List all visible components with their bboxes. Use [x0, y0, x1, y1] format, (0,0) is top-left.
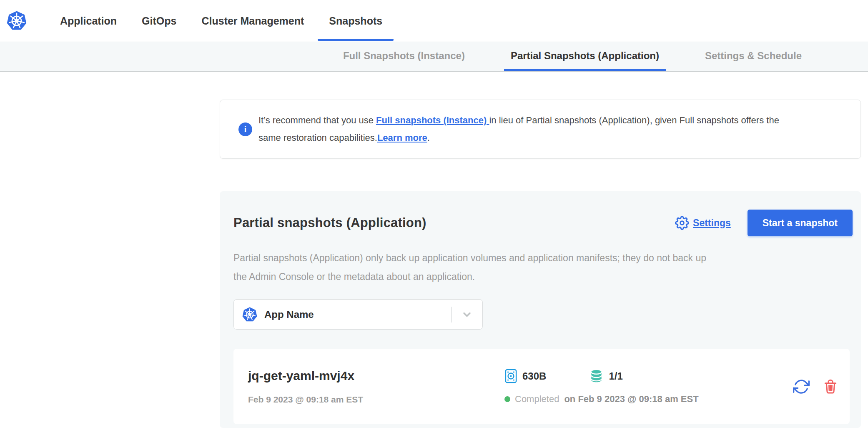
top-nav-items: Application GitOps Cluster Management Sn…	[49, 0, 396, 42]
info-icon	[238, 122, 252, 136]
kubernetes-logo-icon	[7, 11, 27, 31]
tab-partial-snapshots-application[interactable]: Partial Snapshots (Application)	[504, 42, 666, 71]
gear-icon	[675, 216, 689, 230]
card-header: Partial snapshots (Application) Settings…	[233, 210, 853, 236]
snapshot-actions	[793, 378, 838, 395]
snapshot-size: 630B	[504, 368, 546, 384]
info-banner: It’s recommend that you use Full snapsho…	[220, 100, 861, 159]
tab-settings-schedule[interactable]: Settings & Schedule	[698, 42, 808, 71]
snapshots-subnav: Full Snapshots (Instance) Partial Snapsh…	[0, 42, 868, 72]
card-header-actions: Settings Start a snapshot	[675, 210, 853, 236]
page-content: It’s recommend that you use Full snapsho…	[220, 100, 861, 428]
restore-snapshot-button[interactable]	[793, 378, 810, 395]
snapshot-row: jq-get-yaml-mvj4x Feb 9 2023 @ 09:18 am …	[233, 349, 850, 424]
start-snapshot-button[interactable]: Start a snapshot	[748, 210, 853, 236]
card-description: Partial snapshots (Application) only bac…	[233, 249, 853, 286]
info-banner-line1: It’s recommend that you use Full snapsho…	[258, 112, 779, 129]
snapshot-name: jq-get-yaml-mvj4x	[248, 369, 504, 383]
snapshot-start-date: Feb 9 2023 @ 09:18 am EST	[248, 395, 504, 405]
tab-full-snapshots-instance[interactable]: Full Snapshots (Instance)	[336, 42, 472, 71]
trash-icon	[823, 379, 838, 395]
kubernetes-app-icon	[242, 307, 257, 322]
full-snapshots-instance-link[interactable]: Full snapshots (Instance)	[376, 115, 489, 125]
nav-item-gitops[interactable]: GitOps	[130, 0, 188, 42]
partial-snapshots-card: Partial snapshots (Application) Settings…	[220, 191, 861, 428]
settings-label: Settings	[693, 218, 731, 229]
snapshot-metrics: 630B	[504, 368, 793, 384]
snapshot-size-value: 630B	[522, 370, 546, 382]
nav-item-application[interactable]: Application	[49, 0, 128, 42]
snapshot-volumes: 1/1	[589, 369, 622, 383]
snapshot-info: jq-get-yaml-mvj4x Feb 9 2023 @ 09:18 am …	[248, 369, 504, 405]
restore-icon	[793, 378, 810, 395]
nav-item-cluster-management[interactable]: Cluster Management	[190, 0, 315, 42]
delete-snapshot-button[interactable]	[823, 379, 838, 395]
nav-item-snapshots[interactable]: Snapshots	[318, 0, 394, 42]
status-label: Completed	[515, 394, 559, 405]
top-navbar: Application GitOps Cluster Management Sn…	[0, 0, 868, 42]
status-timestamp: on Feb 9 2023 @ 09:18 am EST	[564, 394, 698, 405]
app-selector[interactable]: App Name	[233, 299, 483, 330]
settings-link[interactable]: Settings	[675, 216, 731, 230]
app-selector-controls	[451, 300, 482, 329]
learn-more-link[interactable]: Learn more	[377, 132, 427, 143]
status-dot-icon	[504, 396, 510, 402]
disk-icon	[504, 368, 517, 384]
chevron-down-icon[interactable]	[452, 309, 482, 320]
database-icon	[589, 369, 604, 383]
info-banner-line2: same restoration capabilities.Learn more…	[258, 129, 779, 147]
page-title: Partial snapshots (Application)	[233, 215, 426, 230]
app-selector-value: App Name	[264, 309, 314, 320]
snapshot-volumes-value: 1/1	[609, 370, 622, 382]
snapshot-details: 630B	[504, 368, 793, 405]
snapshot-status: Completed on Feb 9 2023 @ 09:18 am EST	[504, 394, 793, 405]
info-banner-text: It’s recommend that you use Full snapsho…	[258, 112, 779, 147]
